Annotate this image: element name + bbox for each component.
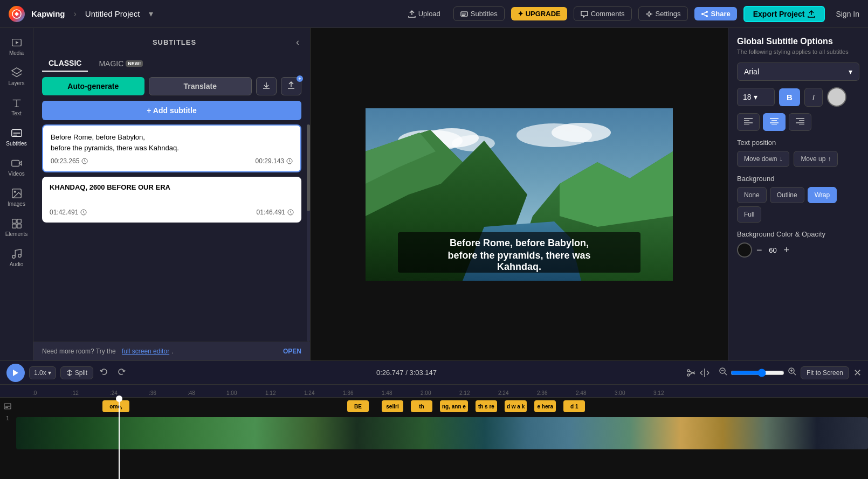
scrollbar-track[interactable] (307, 124, 310, 342)
autogenerate-button[interactable]: Auto-generate (42, 77, 144, 95)
sidebar-item-videos[interactable]: Videos (2, 153, 31, 181)
undo-button[interactable] (98, 365, 111, 380)
subtitle-start-2[interactable]: 01:42.491 (50, 209, 87, 216)
split-button[interactable]: Split (60, 366, 93, 379)
video-frame: Before Rome, before Babylon, before the … (366, 108, 673, 281)
bg-color-label: Background Color & Opacity (737, 230, 859, 238)
opacity-plus-button[interactable]: + (784, 245, 790, 256)
subtitle-start-1[interactable]: 00:23.265 (51, 157, 88, 165)
sidebar-item-images[interactable]: Images (2, 183, 31, 211)
edit-icon (685, 367, 696, 378)
align-left-button[interactable] (737, 113, 760, 131)
playhead[interactable] (119, 398, 120, 479)
align-right-button[interactable] (789, 113, 811, 131)
tab-magic[interactable]: MAGIC NEW! (92, 55, 149, 72)
subtitle-clip-3[interactable]: th (411, 400, 432, 412)
subtitle-time-row-2: 01:42.491 01:46.491 (50, 209, 294, 216)
subtitle-clip-8[interactable]: d 1 (563, 400, 585, 412)
text-icon (11, 97, 23, 109)
zoom-in-icon (788, 367, 796, 376)
subtitle-clip-5[interactable]: th s re (476, 400, 497, 412)
font-size-select[interactable]: 18 ▾ (737, 88, 775, 106)
subtitle-track-icon (4, 402, 11, 410)
sidebar-item-subtitles[interactable]: Subtitles (2, 123, 31, 151)
subtitle-clip-6[interactable]: d w a k (505, 400, 527, 412)
comments-button[interactable]: Comments (574, 6, 632, 21)
play-button[interactable] (6, 364, 25, 382)
opacity-minus-button[interactable]: − (756, 245, 762, 256)
bg-none-button[interactable]: None (737, 187, 767, 203)
sidebar-item-text[interactable]: Text (2, 93, 31, 121)
fullscreen-editor-link[interactable]: full screen editor (122, 348, 169, 355)
import-srt-button[interactable] (256, 77, 277, 95)
font-select[interactable]: Arial ▾ (737, 63, 859, 81)
subtitle-clip-0[interactable]: ome, (102, 400, 129, 412)
subtitle-clip-7[interactable]: e hera (534, 400, 556, 412)
subtitle-card-2[interactable]: KHANDAQ, 2600 BEFORE OUR ERA 01:42.491 0… (42, 177, 301, 223)
sidebar-item-audio[interactable]: Audio (2, 244, 31, 272)
subtitle-end-2[interactable]: 01:46.491 (257, 209, 294, 216)
video-filmstrip[interactable] (16, 417, 868, 449)
tab-classic[interactable]: CLASSIC (42, 55, 88, 72)
ruler-tick-4: :48 (188, 390, 226, 396)
font-row: Arial ▾ (737, 63, 859, 81)
settings-button[interactable]: Settings (638, 6, 688, 21)
project-name[interactable]: Untitled Project (85, 9, 140, 18)
playhead-handle[interactable] (116, 395, 122, 402)
sidebar-item-media[interactable]: Media (2, 32, 31, 60)
italic-button[interactable]: I (804, 88, 823, 107)
subtitle-clip-4[interactable]: ng, ann e (440, 400, 468, 412)
subtitles-button[interactable]: Subtitles (453, 6, 505, 21)
bg-color-picker[interactable] (737, 242, 752, 258)
scrollbar-thumb[interactable] (307, 124, 310, 211)
sidebar-item-layers[interactable]: Layers (2, 63, 31, 91)
subtitle-clip-2[interactable]: sellri (382, 400, 403, 412)
svg-rect-25 (12, 224, 16, 228)
elements-icon (11, 218, 23, 230)
redo-button[interactable] (115, 365, 128, 380)
project-chevron-icon[interactable]: ▾ (149, 9, 153, 19)
subtitle-card-1[interactable]: Before Rome, before Babylon,before the p… (42, 124, 301, 172)
bg-full-button[interactable]: Full (737, 206, 761, 223)
export-srt-button[interactable]: + (281, 77, 301, 95)
tabs-row: CLASSIC MAGIC NEW! (33, 50, 310, 72)
svg-marker-61 (13, 370, 18, 376)
upgrade-button[interactable]: ✦ UPGRADE (511, 7, 567, 20)
media-icon (11, 37, 23, 48)
zoom-slider[interactable] (731, 369, 784, 377)
move-down-button[interactable]: Move down ↓ (737, 151, 789, 167)
zoom-out-button[interactable] (719, 367, 727, 378)
upload-button[interactable]: Upload (402, 7, 447, 20)
new-badge: NEW! (126, 60, 143, 67)
add-subtitle-button[interactable]: + Add subtitle (42, 101, 301, 120)
sign-in-button[interactable]: Sign In (836, 10, 859, 18)
align-center-button[interactable] (763, 113, 786, 131)
bg-outline-button[interactable]: Outline (770, 187, 804, 203)
svg-line-9 (704, 15, 706, 16)
text-color-button[interactable] (827, 87, 846, 107)
move-up-button[interactable]: Move up ↑ (794, 151, 838, 167)
bold-button[interactable]: B (779, 88, 800, 106)
speed-chevron-icon: ▾ (48, 369, 51, 377)
export-button[interactable]: Export Project (743, 6, 825, 22)
speed-button[interactable]: 1.0x ▾ (29, 366, 56, 379)
subtitle-panel: SUBTITLES ‹ CLASSIC MAGIC NEW! Auto-gene… (33, 28, 311, 360)
share-button[interactable]: Share (694, 7, 737, 20)
ruler-tick-5: 1:00 (226, 390, 265, 396)
svg-point-28 (18, 254, 21, 258)
translate-button[interactable]: Translate (149, 77, 252, 95)
zoom-in-button[interactable] (788, 367, 796, 378)
upload-icon (408, 10, 416, 18)
sidebar-item-elements[interactable]: Elements (2, 213, 31, 241)
open-fullscreen-button[interactable]: OPEN (283, 348, 301, 355)
subtitle-end-1[interactable]: 00:29.143 (256, 157, 293, 165)
svg-line-69 (707, 371, 709, 373)
bg-wrap-button[interactable]: Wrap (808, 187, 837, 203)
fit-to-screen-button[interactable]: Fit to Screen (801, 366, 849, 379)
close-timeline-button[interactable]: ✕ (853, 367, 862, 379)
subtitle-clip-1[interactable]: BE (347, 400, 369, 412)
panel-close-button[interactable]: ‹ (294, 34, 301, 50)
brand-name[interactable]: Kapwing (31, 9, 65, 18)
ruler-tick-3: :36 (149, 390, 188, 396)
subtitle-text-1: Before Rome, before Babylon,before the p… (51, 132, 293, 153)
